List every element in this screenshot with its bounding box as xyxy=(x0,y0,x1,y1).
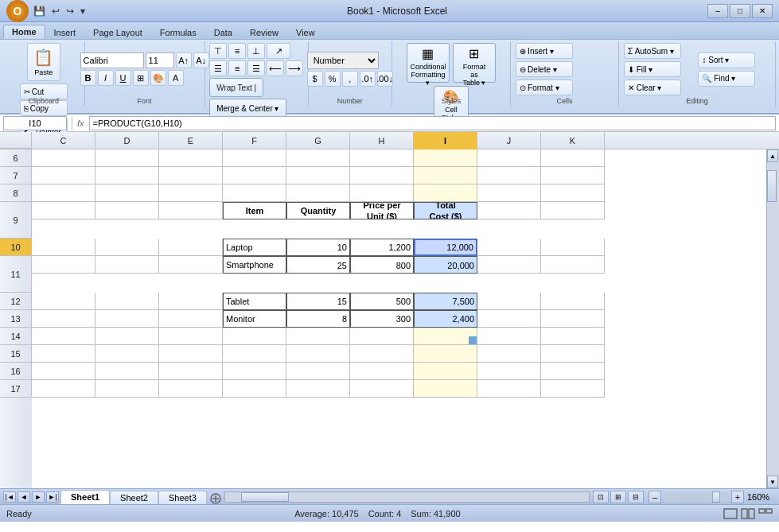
cell-h15[interactable] xyxy=(350,345,414,363)
cell-j17[interactable] xyxy=(477,380,541,398)
cell-d10[interactable] xyxy=(95,239,159,256)
cell-e8[interactable] xyxy=(159,184,223,202)
zoom-out-button[interactable]: – xyxy=(649,491,661,503)
cell-d16[interactable] xyxy=(95,363,159,380)
col-header-i[interactable]: I xyxy=(414,132,477,150)
zoom-slider[interactable] xyxy=(664,492,728,502)
undo-button[interactable]: ↩ xyxy=(50,4,61,18)
row-header-6[interactable]: 6 xyxy=(0,150,32,167)
row-header-14[interactable]: 14 xyxy=(0,328,32,345)
format-button[interactable]: ⊙ Format ▾ xyxy=(516,80,573,95)
cell-g14[interactable] xyxy=(286,328,350,345)
sort-filter-button[interactable]: ↕ Sort ▾ xyxy=(698,52,755,68)
cell-j14[interactable] xyxy=(477,328,541,345)
cell-h11-price[interactable]: 800 xyxy=(350,256,414,274)
cell-g11-qty[interactable]: 25 xyxy=(286,256,350,274)
cell-e10[interactable] xyxy=(159,239,223,256)
formula-input[interactable] xyxy=(89,116,776,130)
cell-e6[interactable] xyxy=(159,150,223,167)
cell-e17[interactable] xyxy=(159,380,223,398)
align-middle-button[interactable]: ≡ xyxy=(228,43,246,59)
cell-d12[interactable] xyxy=(95,293,159,310)
merge-center-button[interactable]: Merge & Center ▾ xyxy=(209,99,286,118)
cell-g8[interactable] xyxy=(286,184,350,202)
sheet-first-button[interactable]: |◄ xyxy=(3,491,16,503)
row-header-11[interactable]: 11 xyxy=(0,256,32,293)
cell-g17[interactable] xyxy=(286,380,350,398)
cell-i9-total[interactable]: Total Cost ($) xyxy=(414,202,477,219)
cell-g16[interactable] xyxy=(286,363,350,380)
normal-view-button[interactable]: ⊡ xyxy=(593,491,609,503)
save-button[interactable]: 💾 xyxy=(32,4,47,18)
cell-f8[interactable] xyxy=(223,184,286,202)
fill-color-button[interactable]: 🎨 xyxy=(150,70,166,86)
maximize-button[interactable]: □ xyxy=(730,4,750,18)
cell-f15[interactable] xyxy=(223,345,286,363)
cell-g13-qty[interactable]: 8 xyxy=(286,310,350,328)
cell-k14[interactable] xyxy=(541,328,605,345)
tab-view[interactable]: View xyxy=(287,25,324,39)
cell-i11-total[interactable]: 20,000 xyxy=(414,256,477,274)
cell-h7[interactable] xyxy=(350,167,414,184)
col-header-g[interactable]: G xyxy=(286,132,350,150)
conditional-formatting-button[interactable]: ▦ Conditional Formatting ▾ xyxy=(407,43,450,83)
autosum-button[interactable]: Σ AutoSum ▾ xyxy=(624,43,681,59)
align-right-button[interactable]: ☰ xyxy=(247,60,265,76)
decrease-decimal-button[interactable]: .00↓ xyxy=(377,71,393,87)
cell-c11[interactable] xyxy=(32,256,95,274)
cell-reference-box[interactable] xyxy=(3,116,67,130)
cell-d11[interactable] xyxy=(95,256,159,274)
cell-g12-qty[interactable]: 15 xyxy=(286,293,350,310)
percent-button[interactable]: % xyxy=(325,71,341,87)
row-header-12[interactable]: 12 xyxy=(0,293,32,310)
cell-h17[interactable] xyxy=(350,380,414,398)
cell-c12[interactable] xyxy=(32,293,95,310)
cell-e11[interactable] xyxy=(159,256,223,274)
cell-i14[interactable] xyxy=(414,328,477,345)
scroll-down-button[interactable]: ▼ xyxy=(767,476,778,488)
underline-button[interactable]: U xyxy=(115,70,131,86)
cell-k16[interactable] xyxy=(541,363,605,380)
cell-e12[interactable] xyxy=(159,293,223,310)
align-center-button[interactable]: ≡ xyxy=(228,60,246,76)
cell-h8[interactable] xyxy=(350,184,414,202)
redo-button[interactable]: ↪ xyxy=(64,4,76,18)
cell-i16[interactable] xyxy=(414,363,477,380)
page-break-view-button[interactable]: ⊟ xyxy=(628,491,644,503)
cell-f13-monitor[interactable]: Monitor xyxy=(223,310,286,328)
dollar-button[interactable]: $ xyxy=(307,71,323,87)
cell-f11-smartphone[interactable]: Smartphone xyxy=(223,256,286,274)
cell-d13[interactable] xyxy=(95,310,159,328)
cell-c9[interactable] xyxy=(32,202,95,219)
orientation-button[interactable]: ↗ xyxy=(267,43,290,59)
cell-c16[interactable] xyxy=(32,363,95,380)
cell-j13[interactable] xyxy=(477,310,541,328)
sheet-tab-3[interactable]: Sheet3 xyxy=(158,491,207,504)
office-button[interactable]: O xyxy=(6,0,29,22)
cell-e16[interactable] xyxy=(159,363,223,380)
tab-home[interactable]: Home xyxy=(3,25,45,39)
cell-f14[interactable] xyxy=(223,328,286,345)
cell-k15[interactable] xyxy=(541,345,605,363)
cell-e15[interactable] xyxy=(159,345,223,363)
row-header-9[interactable]: 9 xyxy=(0,202,32,239)
cell-h13-price[interactable]: 300 xyxy=(350,310,414,328)
zoom-in-button[interactable]: + xyxy=(731,491,744,503)
row-header-17[interactable]: 17 xyxy=(0,380,32,398)
cell-g7[interactable] xyxy=(286,167,350,184)
cell-j8[interactable] xyxy=(477,184,541,202)
cell-d7[interactable] xyxy=(95,167,159,184)
normal-view-icon[interactable] xyxy=(723,508,738,519)
cell-k10[interactable] xyxy=(541,239,605,256)
cell-j10[interactable] xyxy=(477,239,541,256)
row-header-10[interactable]: 10 xyxy=(0,239,32,256)
font-color-button[interactable]: A xyxy=(168,70,184,86)
cell-f6[interactable] xyxy=(223,150,286,167)
cell-g15[interactable] xyxy=(286,345,350,363)
corner-cell[interactable] xyxy=(0,132,32,149)
align-bottom-button[interactable]: ⊥ xyxy=(247,43,265,59)
tab-formulas[interactable]: Formulas xyxy=(151,25,205,39)
tab-page-layout[interactable]: Page Layout xyxy=(84,25,151,39)
increase-decimal-button[interactable]: .0↑ xyxy=(360,71,376,87)
cell-k11[interactable] xyxy=(541,256,605,274)
